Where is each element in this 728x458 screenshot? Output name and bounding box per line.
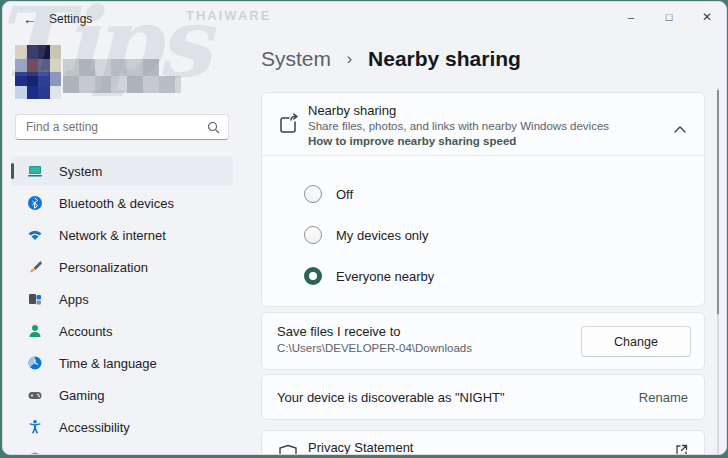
sidebar-item-label: Time & language <box>59 356 157 371</box>
sidebar-item-time-language[interactable]: Time & language <box>11 348 233 378</box>
breadcrumb-separator: › <box>347 50 352 67</box>
account-name-redacted <box>63 59 159 76</box>
system-icon <box>27 163 43 179</box>
radio-everyone-nearby[interactable]: Everyone nearby <box>304 267 434 285</box>
sidebar-item-accounts[interactable]: Accounts <box>11 316 233 346</box>
change-button[interactable]: Change <box>581 326 691 357</box>
apps-icon <box>27 291 43 307</box>
settings-window: ← Settings – □ ✕ System <box>2 1 727 455</box>
nearby-sharing-card: Nearby sharing Share files, photos, and … <box>261 92 705 307</box>
privacy-statement-title: Privacy Statement <box>308 440 414 455</box>
radio-my-devices-only[interactable]: My devices only <box>304 226 428 244</box>
radio-label: Off <box>336 187 353 202</box>
sidebar-item-gaming[interactable]: Gaming <box>11 380 233 410</box>
sidebar-item-personalization[interactable]: Personalization <box>11 252 233 282</box>
radio-circle[interactable] <box>304 185 322 203</box>
page-title: Nearby sharing <box>368 47 521 70</box>
clock-icon <box>27 355 43 371</box>
shield-icon <box>278 444 298 455</box>
gamepad-icon <box>27 387 43 403</box>
brush-icon <box>27 259 43 275</box>
privacy-icon <box>27 451 43 455</box>
rename-link[interactable]: Rename <box>639 390 688 405</box>
sidebar-item-label: Gaming <box>59 388 105 403</box>
sidebar-item-label: System <box>59 164 102 179</box>
discoverable-text: Your device is discoverable as "NIGHT" <box>277 390 505 405</box>
radio-label: My devices only <box>336 228 428 243</box>
radio-label: Everyone nearby <box>336 269 434 284</box>
sidebar-item-label: Personalization <box>59 260 148 275</box>
maximize-button[interactable]: □ <box>650 2 688 32</box>
save-files-path: C:\Users\DEVELOPER-04\Downloads <box>277 342 472 354</box>
sidebar-item-bluetooth-devices[interactable]: Bluetooth & devices <box>11 188 233 218</box>
sidebar-item-label: Accounts <box>59 324 112 339</box>
sidebar-item-system[interactable]: System <box>11 156 233 186</box>
avatar[interactable] <box>15 45 61 99</box>
titlebar: ← Settings – □ ✕ <box>3 2 726 36</box>
share-icon <box>277 112 301 140</box>
radio-circle-selected[interactable] <box>304 267 322 285</box>
discoverable-card: Your device is discoverable as "NIGHT" R… <box>261 374 705 420</box>
wifi-icon <box>27 227 43 243</box>
sidebar-item-label: Network & internet <box>59 228 166 243</box>
sidebar-item-accessibility[interactable]: Accessibility <box>11 412 233 442</box>
account-email-redacted <box>63 76 181 93</box>
sidebar-item-label: Privacy & security <box>59 452 162 456</box>
sidebar-item-apps[interactable]: Apps <box>11 284 233 314</box>
scrollbar-thumb[interactable] <box>717 90 719 314</box>
external-link-icon[interactable] <box>675 443 688 455</box>
search-icon[interactable] <box>207 120 220 138</box>
sidebar-nav: System Bluetooth & devices Network & int… <box>11 156 233 455</box>
save-files-card: Save files I receive to C:\Users\DEVELOP… <box>261 312 705 370</box>
accessibility-icon <box>27 419 43 435</box>
minimize-button[interactable]: – <box>612 2 650 32</box>
breadcrumb: System › Nearby sharing <box>261 47 521 71</box>
sidebar-item-network-internet[interactable]: Network & internet <box>11 220 233 250</box>
bluetooth-icon <box>27 195 43 211</box>
sidebar-item-label: Bluetooth & devices <box>59 196 174 211</box>
nearby-sharing-description: Share files, photos, and links with near… <box>308 120 609 132</box>
improve-speed-link[interactable]: How to improve nearby sharing speed <box>308 135 516 147</box>
divider <box>262 155 704 156</box>
search-input[interactable] <box>26 115 196 139</box>
sidebar-item-privacy-security[interactable]: Privacy & security <box>11 444 233 455</box>
radio-off[interactable]: Off <box>304 185 353 203</box>
chevron-up-icon[interactable] <box>674 119 686 137</box>
search-box <box>15 114 229 140</box>
privacy-statement-card[interactable]: Privacy Statement Understand how Microso… <box>261 430 705 455</box>
window-title: Settings <box>49 12 92 26</box>
back-button[interactable]: ← <box>17 8 43 30</box>
selection-pill <box>11 163 14 179</box>
save-files-title: Save files I receive to <box>277 324 401 339</box>
accounts-icon <box>27 323 43 339</box>
sidebar-item-label: Apps <box>59 292 89 307</box>
radio-circle[interactable] <box>304 226 322 244</box>
close-button[interactable]: ✕ <box>688 2 726 32</box>
window-controls: – □ ✕ <box>612 2 726 32</box>
nearby-sharing-title: Nearby sharing <box>308 103 396 118</box>
breadcrumb-system[interactable]: System <box>261 47 331 70</box>
sidebar-item-label: Accessibility <box>59 420 130 435</box>
